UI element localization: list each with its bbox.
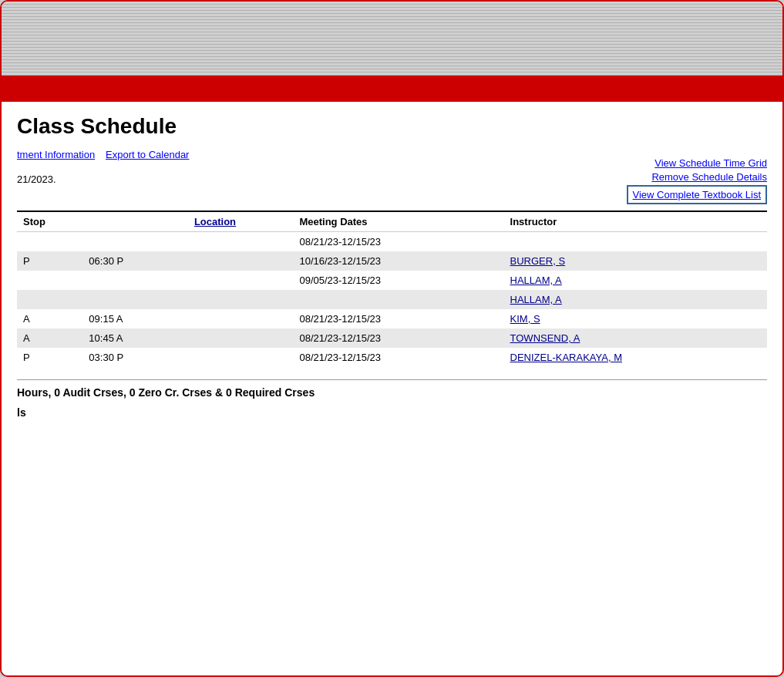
col-header-instructor: Instructor bbox=[504, 211, 767, 232]
red-accent-bar bbox=[2, 79, 782, 102]
table-row: P06:30 P10/16/23-12/15/23BURGER, S bbox=[17, 251, 767, 271]
col-header-location: Location bbox=[188, 211, 294, 232]
cell-meeting-dates: 10/16/23-12/15/23 bbox=[293, 251, 503, 271]
table-header-row: Stop Location Meeting Dates Instructor bbox=[17, 211, 767, 232]
cell-time bbox=[82, 232, 188, 252]
cell-instructor: KIM, S bbox=[504, 309, 767, 328]
cell-instructor: DENIZEL-KARAKAYA, M bbox=[504, 348, 767, 367]
cell-stop: P bbox=[17, 348, 82, 367]
date-actions-row: 21/2023. View Schedule Time Grid Remove … bbox=[17, 173, 767, 204]
cell-instructor: TOWNSEND, A bbox=[504, 328, 767, 348]
enrollment-info-link[interactable]: tment Information bbox=[17, 149, 95, 160]
instructor-link[interactable]: HALLAM, A bbox=[510, 294, 562, 305]
cell-location bbox=[188, 309, 294, 328]
cell-location bbox=[188, 232, 294, 252]
cell-instructor: HALLAM, A bbox=[504, 290, 767, 309]
table-row: A10:45 A08/21/23-12/15/23TOWNSEND, A bbox=[17, 328, 767, 348]
instructor-link[interactable]: DENIZEL-KARAKAYA, M bbox=[510, 352, 622, 363]
cell-location bbox=[188, 348, 294, 367]
cell-stop bbox=[17, 271, 82, 290]
col-header-stop: Stop bbox=[17, 211, 82, 232]
cell-stop: P bbox=[17, 251, 82, 271]
instructor-link[interactable]: KIM, S bbox=[510, 313, 540, 325]
cell-time: 09:15 A bbox=[82, 309, 188, 328]
cell-stop bbox=[17, 232, 82, 252]
col-header-meeting-dates: Meeting Dates bbox=[293, 211, 503, 232]
instructor-link[interactable]: HALLAM, A bbox=[510, 275, 562, 286]
table-row: 09/05/23-12/15/23HALLAM, A bbox=[17, 271, 767, 290]
view-grid-link[interactable]: View Schedule Time Grid bbox=[627, 157, 767, 169]
cell-time bbox=[82, 271, 188, 290]
export-calendar-link[interactable]: Export to Calendar bbox=[106, 149, 189, 160]
action-links: View Schedule Time Grid Remove Schedule … bbox=[627, 157, 767, 204]
instructor-link[interactable]: TOWNSEND, A bbox=[510, 332, 580, 344]
cell-meeting-dates: 09/05/23-12/15/23 bbox=[293, 271, 503, 290]
cell-time bbox=[82, 290, 188, 309]
cell-time: 06:30 P bbox=[82, 251, 188, 271]
cell-location bbox=[188, 251, 294, 271]
schedule-table: Stop Location Meeting Dates Instructor 0… bbox=[17, 211, 767, 367]
table-row: P03:30 P08/21/23-12/15/23DENIZEL-KARAKAY… bbox=[17, 348, 767, 367]
table-row: 08/21/23-12/15/23 bbox=[17, 232, 767, 252]
cell-meeting-dates: 08/21/23-12/15/23 bbox=[293, 348, 503, 367]
cell-time: 10:45 A bbox=[82, 328, 188, 348]
main-content: Class Schedule tment Information Export … bbox=[2, 102, 782, 675]
cell-location bbox=[188, 290, 294, 309]
footer-text: ls bbox=[17, 406, 767, 419]
cell-location bbox=[188, 271, 294, 290]
table-row: A09:15 A08/21/23-12/15/23KIM, S bbox=[17, 309, 767, 328]
remove-details-link[interactable]: Remove Schedule Details bbox=[627, 171, 767, 183]
cell-stop bbox=[17, 290, 82, 309]
cell-stop: A bbox=[17, 309, 82, 328]
cell-stop: A bbox=[17, 328, 82, 348]
cell-meeting-dates: 08/21/23-12/15/23 bbox=[293, 232, 503, 252]
cell-time: 03:30 P bbox=[82, 348, 188, 367]
date-info: 21/2023. bbox=[17, 173, 56, 185]
cell-instructor: BURGER, S bbox=[504, 251, 767, 271]
table-row: HALLAM, A bbox=[17, 290, 767, 309]
browser-chrome bbox=[2, 2, 782, 79]
cell-meeting-dates bbox=[293, 290, 503, 309]
cell-meeting-dates: 08/21/23-12/15/23 bbox=[293, 328, 503, 348]
cell-location bbox=[188, 328, 294, 348]
col-header-time bbox=[82, 211, 188, 232]
app-window: Class Schedule tment Information Export … bbox=[0, 0, 784, 677]
page-title: Class Schedule bbox=[17, 114, 767, 139]
view-textbook-link[interactable]: View Complete Textbook List bbox=[627, 185, 767, 204]
summary-row: Hours, 0 Audit Crses, 0 Zero Cr. Crses &… bbox=[17, 379, 767, 399]
cell-instructor bbox=[504, 232, 767, 252]
cell-instructor: HALLAM, A bbox=[504, 271, 767, 290]
cell-meeting-dates: 08/21/23-12/15/23 bbox=[293, 309, 503, 328]
instructor-link[interactable]: BURGER, S bbox=[510, 255, 566, 267]
